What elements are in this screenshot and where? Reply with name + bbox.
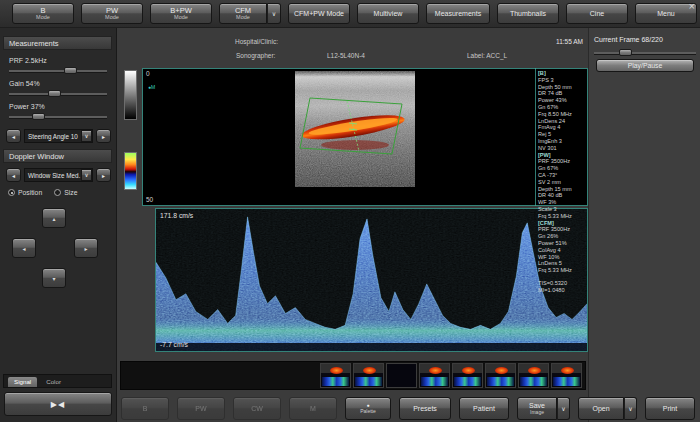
steering-angle-dropdown-button[interactable]: ∨ xyxy=(81,130,92,142)
prf-slider[interactable] xyxy=(9,66,107,74)
arrow-up-icon: ▴ xyxy=(52,215,55,222)
position-radio[interactable]: Position xyxy=(8,189,42,196)
cfm-pw-mode-button[interactable]: CFM+PW Mode xyxy=(288,3,350,24)
arrow-left-icon: ◂ xyxy=(12,172,15,179)
cfm-mode-dropdown-button[interactable]: ∨ xyxy=(267,3,281,24)
arrow-down-icon: ▾ xyxy=(52,275,55,282)
gain-slider-label: Gain 54% xyxy=(9,80,40,87)
save-dropdown-button[interactable]: ∨ xyxy=(557,397,570,420)
measurements-section-header: Measurements xyxy=(3,36,112,50)
sonographer-label: Sonographer: xyxy=(236,52,275,59)
velocity-max-label: 171.8 cm/s xyxy=(160,212,193,219)
chevron-down-icon: ∨ xyxy=(84,172,88,178)
power-slider-label: Power 37% xyxy=(9,103,45,110)
b-pw-mode-button[interactable]: B+PW Mode xyxy=(150,3,212,24)
move-left-button[interactable]: ◂ xyxy=(12,238,36,258)
depth-scale-bottom: 50 xyxy=(146,196,153,203)
thumbnails-button[interactable]: Thumbnails xyxy=(497,3,559,24)
cine-thumbnail[interactable] xyxy=(518,363,549,388)
exam-label: Label: ACC_L xyxy=(467,52,507,59)
velocity-min-label: -7.7 cm/s xyxy=(160,341,188,348)
pw-spectrum-viewport[interactable]: 171.8 cm/s -7.7 cm/s xyxy=(155,208,588,352)
open-button[interactable]: Open xyxy=(578,397,624,420)
cine-thumbnail[interactable] xyxy=(419,363,450,388)
position-size-radio-group: Position Size xyxy=(8,189,77,196)
pw-spectrum-waveform xyxy=(156,209,587,351)
chevron-down-icon: ∨ xyxy=(84,133,88,139)
frame-slider[interactable] xyxy=(594,48,696,56)
multiview-button[interactable]: Multiview xyxy=(357,3,419,24)
mode-toolbar: B Mode PW Mode B+PW Mode CFM Mode ∨ CFM+… xyxy=(0,0,700,28)
move-down-button[interactable]: ▾ xyxy=(42,268,66,288)
power-slider[interactable] xyxy=(9,112,107,120)
pw-mode-button[interactable]: PW Mode xyxy=(81,3,143,24)
steering-angle-select[interactable]: Steering Angle 10 ∨ xyxy=(24,129,93,143)
mi-value: MI=1.0480 xyxy=(538,287,588,294)
prf-slider-thumb[interactable] xyxy=(64,67,77,74)
steering-angle-increase-button[interactable]: ▸ xyxy=(96,129,111,143)
cine-thumbnail[interactable] xyxy=(353,363,384,388)
cfm-mode-button[interactable]: CFM Mode xyxy=(219,3,267,24)
frame-slider-thumb[interactable] xyxy=(619,49,632,56)
radio-on-icon xyxy=(8,189,15,196)
arrow-right-icon: ▸ xyxy=(84,245,87,252)
orientation-marker: ●M xyxy=(148,84,155,90)
current-frame-label: Current Frame 68/220 xyxy=(594,36,663,43)
cine-thumbnail[interactable] xyxy=(452,363,483,388)
chevron-down-icon: ∨ xyxy=(272,10,276,17)
size-radio[interactable]: Size xyxy=(54,189,77,196)
time-label: 11:55 AM xyxy=(556,38,583,45)
gain-slider-thumb[interactable] xyxy=(48,90,61,97)
cine-thumbnail-empty[interactable] xyxy=(386,363,417,388)
depth-scale-top: 0 xyxy=(146,70,150,77)
steering-angle-decrease-button[interactable]: ◂ xyxy=(6,129,21,143)
play-pause-button[interactable]: Play/Pause xyxy=(596,59,694,72)
cine-button[interactable]: Cine xyxy=(566,3,628,24)
probe-label: L12-5L40N-4 xyxy=(327,52,365,59)
measurements-button[interactable]: Measurements xyxy=(426,3,490,24)
window-size-increase-button[interactable]: ▸ xyxy=(96,168,111,182)
move-up-button[interactable]: ▴ xyxy=(42,208,66,228)
hospital-clinic-label: Hospital/Clinic: xyxy=(235,38,278,45)
palette-button[interactable]: ● Palette xyxy=(345,397,391,420)
chevron-down-icon: ∨ xyxy=(628,405,632,412)
print-button[interactable]: Print xyxy=(645,397,695,420)
window-size-row: ◂ Window Size Med. ∨ ▸ xyxy=(6,168,111,182)
main-display-area: Hospital/Clinic: 11:55 AM Sonographer: L… xyxy=(118,28,588,422)
arrow-left-icon: ◂ xyxy=(12,133,15,140)
cine-thumbnail[interactable] xyxy=(551,363,582,388)
image-params-divider xyxy=(535,68,536,206)
tab-color[interactable]: Color xyxy=(40,377,67,387)
pw-quick-button: PW xyxy=(177,397,225,420)
b-mode-button[interactable]: B Mode xyxy=(12,3,74,24)
gain-slider[interactable] xyxy=(9,89,107,97)
power-slider-thumb[interactable] xyxy=(32,113,45,120)
cine-thumbnail[interactable] xyxy=(320,363,351,388)
b-image-viewport[interactable]: 0 50 ●M xyxy=(142,68,588,206)
patient-button[interactable]: Patient xyxy=(459,397,509,420)
window-size-select[interactable]: Window Size Med. ∨ xyxy=(24,168,93,182)
arrow-right-icon: ▸ xyxy=(102,133,105,140)
cine-thumbnail[interactable] xyxy=(485,363,516,388)
cw-quick-button: CW xyxy=(233,397,281,420)
close-icon[interactable]: × xyxy=(689,1,695,12)
radio-off-icon xyxy=(54,189,61,196)
window-size-decrease-button[interactable]: ◂ xyxy=(6,168,21,182)
save-image-button[interactable]: Save Image xyxy=(517,397,557,420)
save-image-button-group: Save Image ∨ xyxy=(517,397,570,420)
tab-signal[interactable]: Signal xyxy=(8,377,37,387)
collapse-panel-button[interactable]: ▶◀ xyxy=(4,392,112,416)
controls-sidebar: Measurements PRF 2.5kHz Gain 54% Power 3… xyxy=(0,28,117,422)
arrow-left-icon: ◂ xyxy=(22,245,25,252)
signal-color-tabbar: Signal Color xyxy=(3,374,112,388)
presets-button[interactable]: Presets xyxy=(399,397,451,420)
steering-angle-row: ◂ Steering Angle 10 ∨ ▸ xyxy=(6,129,111,143)
palette-dot-icon: ● xyxy=(366,403,369,408)
b-quick-button: B xyxy=(121,397,169,420)
window-size-dropdown-button[interactable]: ∨ xyxy=(81,169,92,181)
open-dropdown-button[interactable]: ∨ xyxy=(624,397,637,420)
move-right-button[interactable]: ▸ xyxy=(74,238,98,258)
m-quick-button: M xyxy=(289,397,337,420)
prf-slider-label: PRF 2.5kHz xyxy=(9,57,47,64)
cine-control-sidebar: Current Frame 68/220 Play/Pause xyxy=(588,28,700,422)
